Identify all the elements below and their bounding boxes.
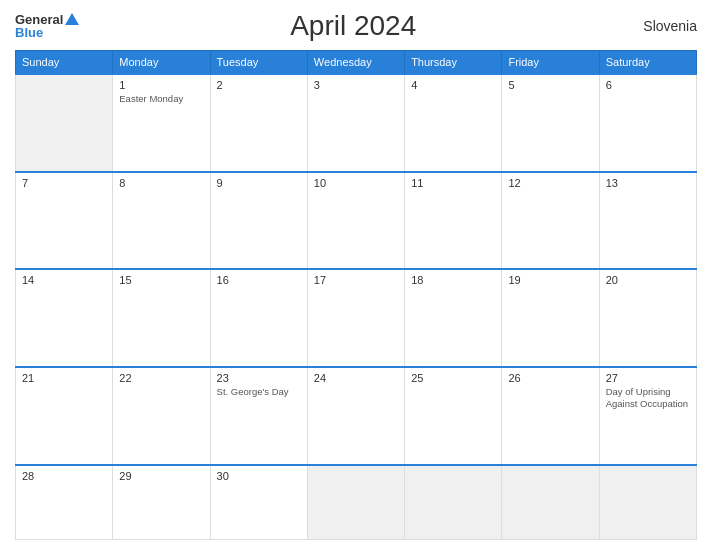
day-number: 22 <box>119 372 203 384</box>
day-number: 8 <box>119 177 203 189</box>
day-number: 27 <box>606 372 690 384</box>
table-row: 8 <box>113 172 210 270</box>
calendar-title: April 2024 <box>79 10 627 42</box>
day-number: 11 <box>411 177 495 189</box>
col-wednesday: Wednesday <box>307 51 404 75</box>
day-number: 12 <box>508 177 592 189</box>
day-number: 23 <box>217 372 301 384</box>
table-row: 22 <box>113 367 210 465</box>
holiday-label: St. George's Day <box>217 386 301 398</box>
calendar-header-row: Sunday Monday Tuesday Wednesday Thursday… <box>16 51 697 75</box>
col-tuesday: Tuesday <box>210 51 307 75</box>
day-number: 21 <box>22 372 106 384</box>
calendar-week-row: 282930 <box>16 465 697 540</box>
table-row <box>405 465 502 540</box>
day-number: 10 <box>314 177 398 189</box>
day-number: 4 <box>411 79 495 91</box>
day-number: 5 <box>508 79 592 91</box>
table-row: 5 <box>502 74 599 172</box>
day-number: 19 <box>508 274 592 286</box>
table-row: 3 <box>307 74 404 172</box>
calendar-week-row: 14151617181920 <box>16 269 697 367</box>
table-row: 18 <box>405 269 502 367</box>
day-number: 18 <box>411 274 495 286</box>
page: General Blue April 2024 Slovenia Sunday … <box>0 0 712 550</box>
col-sunday: Sunday <box>16 51 113 75</box>
table-row: 19 <box>502 269 599 367</box>
day-number: 1 <box>119 79 203 91</box>
day-number: 26 <box>508 372 592 384</box>
header: General Blue April 2024 Slovenia <box>15 10 697 42</box>
table-row: 28 <box>16 465 113 540</box>
col-saturday: Saturday <box>599 51 696 75</box>
holiday-label: Day of Uprising Against Occupation <box>606 386 690 411</box>
day-number: 30 <box>217 470 301 482</box>
table-row: 2 <box>210 74 307 172</box>
table-row: 7 <box>16 172 113 270</box>
table-row <box>307 465 404 540</box>
table-row: 16 <box>210 269 307 367</box>
table-row: 14 <box>16 269 113 367</box>
day-number: 20 <box>606 274 690 286</box>
table-row: 30 <box>210 465 307 540</box>
table-row: 12 <box>502 172 599 270</box>
table-row: 25 <box>405 367 502 465</box>
col-monday: Monday <box>113 51 210 75</box>
table-row <box>16 74 113 172</box>
country-label: Slovenia <box>627 18 697 34</box>
col-thursday: Thursday <box>405 51 502 75</box>
table-row: 6 <box>599 74 696 172</box>
day-number: 29 <box>119 470 203 482</box>
table-row: 21 <box>16 367 113 465</box>
table-row <box>502 465 599 540</box>
day-number: 9 <box>217 177 301 189</box>
table-row: 4 <box>405 74 502 172</box>
table-row <box>599 465 696 540</box>
day-number: 28 <box>22 470 106 482</box>
logo-triangle-icon <box>65 13 79 25</box>
calendar-table: Sunday Monday Tuesday Wednesday Thursday… <box>15 50 697 540</box>
day-number: 6 <box>606 79 690 91</box>
day-number: 7 <box>22 177 106 189</box>
col-friday: Friday <box>502 51 599 75</box>
table-row: 24 <box>307 367 404 465</box>
table-row: 15 <box>113 269 210 367</box>
day-number: 3 <box>314 79 398 91</box>
calendar-week-row: 212223St. George's Day24252627Day of Upr… <box>16 367 697 465</box>
day-number: 17 <box>314 274 398 286</box>
logo: General Blue <box>15 13 79 39</box>
table-row: 10 <box>307 172 404 270</box>
table-row: 1Easter Monday <box>113 74 210 172</box>
day-number: 24 <box>314 372 398 384</box>
table-row: 23St. George's Day <box>210 367 307 465</box>
table-row: 11 <box>405 172 502 270</box>
table-row: 13 <box>599 172 696 270</box>
logo-blue: Blue <box>15 26 43 39</box>
day-number: 13 <box>606 177 690 189</box>
day-number: 16 <box>217 274 301 286</box>
day-number: 14 <box>22 274 106 286</box>
holiday-label: Easter Monday <box>119 93 203 105</box>
table-row: 27Day of Uprising Against Occupation <box>599 367 696 465</box>
day-number: 25 <box>411 372 495 384</box>
day-number: 2 <box>217 79 301 91</box>
table-row: 9 <box>210 172 307 270</box>
table-row: 20 <box>599 269 696 367</box>
table-row: 26 <box>502 367 599 465</box>
calendar-week-row: 78910111213 <box>16 172 697 270</box>
table-row: 29 <box>113 465 210 540</box>
calendar-week-row: 1Easter Monday23456 <box>16 74 697 172</box>
table-row: 17 <box>307 269 404 367</box>
day-number: 15 <box>119 274 203 286</box>
